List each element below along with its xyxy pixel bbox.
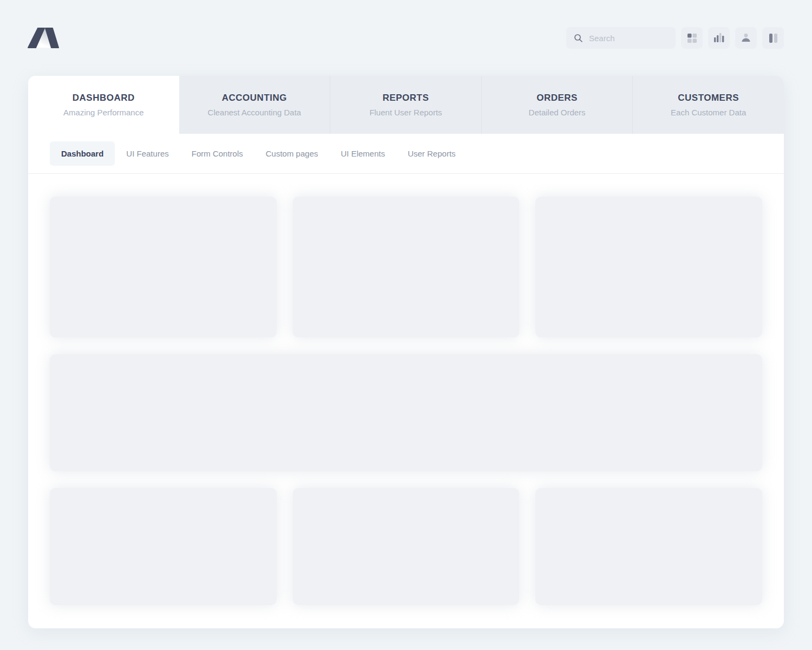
placeholder-card xyxy=(535,197,762,337)
search-box[interactable] xyxy=(566,27,676,49)
section-tabs: DASHBOARD Amazing Performance ACCOUNTING… xyxy=(28,76,784,134)
dashboard-grid-button[interactable] xyxy=(681,27,703,49)
tab-dashboard[interactable]: DASHBOARD Amazing Performance xyxy=(28,76,179,134)
subnav-item-user-reports[interactable]: User Reports xyxy=(396,141,467,166)
tab-title: REPORTS xyxy=(383,93,429,103)
tab-subtitle: Cleanest Accounting Data xyxy=(208,108,302,117)
analytics-button[interactable] xyxy=(708,27,730,49)
card-row-bottom xyxy=(50,488,762,605)
tab-subtitle: Fluent User Reports xyxy=(369,108,442,117)
layout-toggle-button[interactable] xyxy=(762,27,784,49)
top-header xyxy=(0,0,812,76)
tab-accounting[interactable]: ACCOUNTING Cleanest Accounting Data xyxy=(179,76,330,134)
placeholder-card-wide xyxy=(50,354,762,471)
bar-chart-icon xyxy=(713,32,724,43)
profile-button[interactable] xyxy=(735,27,757,49)
placeholder-card xyxy=(535,488,762,605)
columns-icon xyxy=(769,33,778,43)
brand-logo[interactable] xyxy=(28,27,59,49)
tab-title: DASHBOARD xyxy=(73,93,135,103)
content-area xyxy=(28,174,784,628)
tab-customers[interactable]: CUSTOMERS Each Customer Data xyxy=(632,76,784,134)
card-row-top xyxy=(50,197,762,337)
search-icon xyxy=(574,34,583,43)
tab-title: CUSTOMERS xyxy=(678,93,739,103)
grid-icon xyxy=(687,34,697,43)
user-icon xyxy=(741,32,751,43)
placeholder-card xyxy=(293,197,520,337)
tab-reports[interactable]: REPORTS Fluent User Reports xyxy=(330,76,481,134)
tab-title: ORDERS xyxy=(536,93,578,103)
main-panel: DASHBOARD Amazing Performance ACCOUNTING… xyxy=(28,76,784,628)
tab-title: ACCOUNTING xyxy=(222,93,287,103)
tab-subtitle: Each Customer Data xyxy=(671,108,746,117)
tab-orders[interactable]: ORDERS Detailed Orders xyxy=(481,76,633,134)
subnav-item-ui-features[interactable]: UI Features xyxy=(115,141,180,166)
header-actions xyxy=(566,27,784,49)
subnav-item-dashboard[interactable]: Dashboard xyxy=(50,141,115,166)
placeholder-card xyxy=(293,488,520,605)
sub-navigation: Dashboard UI Features Form Controls Cust… xyxy=(28,134,784,174)
tab-subtitle: Amazing Performance xyxy=(63,108,143,117)
subnav-item-ui-elements[interactable]: UI Elements xyxy=(329,141,396,166)
placeholder-card xyxy=(50,197,277,337)
placeholder-card xyxy=(50,488,277,605)
tab-subtitle: Detailed Orders xyxy=(529,108,586,117)
subnav-item-custom-pages[interactable]: Custom pages xyxy=(254,141,330,166)
search-input[interactable] xyxy=(589,34,665,43)
subnav-item-form-controls[interactable]: Form Controls xyxy=(180,141,254,166)
